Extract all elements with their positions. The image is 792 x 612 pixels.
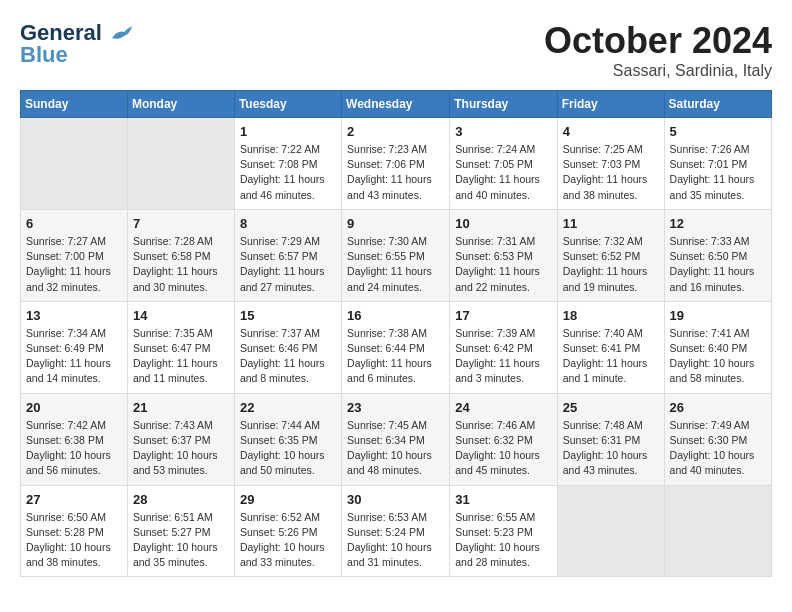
day-number: 28 [133,492,229,507]
calendar-cell: 14Sunrise: 7:35 AMSunset: 6:47 PMDayligh… [127,301,234,393]
weekday-header-monday: Monday [127,91,234,118]
day-number: 3 [455,124,551,139]
day-number: 14 [133,308,229,323]
day-info: Sunrise: 7:40 AMSunset: 6:41 PMDaylight:… [563,326,659,387]
week-row-4: 20Sunrise: 7:42 AMSunset: 6:38 PMDayligh… [21,393,772,485]
calendar-cell: 6Sunrise: 7:27 AMSunset: 7:00 PMDaylight… [21,209,128,301]
calendar-cell: 13Sunrise: 7:34 AMSunset: 6:49 PMDayligh… [21,301,128,393]
calendar-cell [21,118,128,210]
location-title: Sassari, Sardinia, Italy [544,62,772,80]
day-info: Sunrise: 7:35 AMSunset: 6:47 PMDaylight:… [133,326,229,387]
day-number: 25 [563,400,659,415]
day-info: Sunrise: 7:22 AMSunset: 7:08 PMDaylight:… [240,142,336,203]
calendar-cell: 23Sunrise: 7:45 AMSunset: 6:34 PMDayligh… [342,393,450,485]
day-info: Sunrise: 7:32 AMSunset: 6:52 PMDaylight:… [563,234,659,295]
day-number: 24 [455,400,551,415]
week-row-3: 13Sunrise: 7:34 AMSunset: 6:49 PMDayligh… [21,301,772,393]
day-info: Sunrise: 7:37 AMSunset: 6:46 PMDaylight:… [240,326,336,387]
day-number: 5 [670,124,766,139]
day-info: Sunrise: 7:42 AMSunset: 6:38 PMDaylight:… [26,418,122,479]
day-info: Sunrise: 7:25 AMSunset: 7:03 PMDaylight:… [563,142,659,203]
calendar-cell: 28Sunrise: 6:51 AMSunset: 5:27 PMDayligh… [127,485,234,577]
day-number: 21 [133,400,229,415]
day-info: Sunrise: 6:52 AMSunset: 5:26 PMDaylight:… [240,510,336,571]
calendar-cell: 20Sunrise: 7:42 AMSunset: 6:38 PMDayligh… [21,393,128,485]
calendar-cell: 30Sunrise: 6:53 AMSunset: 5:24 PMDayligh… [342,485,450,577]
logo: General Blue [20,20,132,68]
week-row-1: 1Sunrise: 7:22 AMSunset: 7:08 PMDaylight… [21,118,772,210]
calendar-cell: 10Sunrise: 7:31 AMSunset: 6:53 PMDayligh… [450,209,557,301]
title-area: October 2024 Sassari, Sardinia, Italy [544,20,772,80]
calendar-cell: 24Sunrise: 7:46 AMSunset: 6:32 PMDayligh… [450,393,557,485]
day-number: 13 [26,308,122,323]
day-info: Sunrise: 7:49 AMSunset: 6:30 PMDaylight:… [670,418,766,479]
day-number: 7 [133,216,229,231]
day-number: 4 [563,124,659,139]
day-info: Sunrise: 6:51 AMSunset: 5:27 PMDaylight:… [133,510,229,571]
calendar-cell: 3Sunrise: 7:24 AMSunset: 7:05 PMDaylight… [450,118,557,210]
calendar-cell: 18Sunrise: 7:40 AMSunset: 6:41 PMDayligh… [557,301,664,393]
day-info: Sunrise: 7:26 AMSunset: 7:01 PMDaylight:… [670,142,766,203]
calendar-cell: 17Sunrise: 7:39 AMSunset: 6:42 PMDayligh… [450,301,557,393]
week-row-5: 27Sunrise: 6:50 AMSunset: 5:28 PMDayligh… [21,485,772,577]
weekday-header-tuesday: Tuesday [234,91,341,118]
day-number: 11 [563,216,659,231]
day-info: Sunrise: 7:29 AMSunset: 6:57 PMDaylight:… [240,234,336,295]
calendar-cell: 26Sunrise: 7:49 AMSunset: 6:30 PMDayligh… [664,393,771,485]
calendar-cell: 31Sunrise: 6:55 AMSunset: 5:23 PMDayligh… [450,485,557,577]
calendar-cell: 12Sunrise: 7:33 AMSunset: 6:50 PMDayligh… [664,209,771,301]
day-info: Sunrise: 6:55 AMSunset: 5:23 PMDaylight:… [455,510,551,571]
day-number: 18 [563,308,659,323]
day-info: Sunrise: 7:27 AMSunset: 7:00 PMDaylight:… [26,234,122,295]
day-info: Sunrise: 7:31 AMSunset: 6:53 PMDaylight:… [455,234,551,295]
day-number: 9 [347,216,444,231]
calendar-table: SundayMondayTuesdayWednesdayThursdayFrid… [20,90,772,577]
logo-blue: Blue [20,42,68,68]
calendar-cell: 5Sunrise: 7:26 AMSunset: 7:01 PMDaylight… [664,118,771,210]
day-number: 1 [240,124,336,139]
month-title: October 2024 [544,20,772,62]
calendar-cell: 4Sunrise: 7:25 AMSunset: 7:03 PMDaylight… [557,118,664,210]
day-info: Sunrise: 7:46 AMSunset: 6:32 PMDaylight:… [455,418,551,479]
day-number: 8 [240,216,336,231]
calendar-cell [664,485,771,577]
day-number: 27 [26,492,122,507]
day-number: 23 [347,400,444,415]
calendar-cell: 22Sunrise: 7:44 AMSunset: 6:35 PMDayligh… [234,393,341,485]
calendar-cell: 27Sunrise: 6:50 AMSunset: 5:28 PMDayligh… [21,485,128,577]
day-number: 31 [455,492,551,507]
day-info: Sunrise: 7:28 AMSunset: 6:58 PMDaylight:… [133,234,229,295]
day-info: Sunrise: 7:30 AMSunset: 6:55 PMDaylight:… [347,234,444,295]
day-number: 26 [670,400,766,415]
calendar-cell: 29Sunrise: 6:52 AMSunset: 5:26 PMDayligh… [234,485,341,577]
day-info: Sunrise: 7:45 AMSunset: 6:34 PMDaylight:… [347,418,444,479]
calendar-cell: 25Sunrise: 7:48 AMSunset: 6:31 PMDayligh… [557,393,664,485]
day-info: Sunrise: 6:50 AMSunset: 5:28 PMDaylight:… [26,510,122,571]
day-number: 30 [347,492,444,507]
header: General Blue October 2024 Sassari, Sardi… [20,20,772,80]
calendar-cell: 2Sunrise: 7:23 AMSunset: 7:06 PMDaylight… [342,118,450,210]
day-number: 10 [455,216,551,231]
weekday-header-wednesday: Wednesday [342,91,450,118]
weekday-header-saturday: Saturday [664,91,771,118]
day-number: 29 [240,492,336,507]
day-number: 16 [347,308,444,323]
day-number: 19 [670,308,766,323]
weekday-header-thursday: Thursday [450,91,557,118]
week-row-2: 6Sunrise: 7:27 AMSunset: 7:00 PMDaylight… [21,209,772,301]
day-info: Sunrise: 7:44 AMSunset: 6:35 PMDaylight:… [240,418,336,479]
calendar-cell [127,118,234,210]
calendar-cell: 8Sunrise: 7:29 AMSunset: 6:57 PMDaylight… [234,209,341,301]
calendar-cell: 7Sunrise: 7:28 AMSunset: 6:58 PMDaylight… [127,209,234,301]
day-info: Sunrise: 7:34 AMSunset: 6:49 PMDaylight:… [26,326,122,387]
day-info: Sunrise: 6:53 AMSunset: 5:24 PMDaylight:… [347,510,444,571]
day-info: Sunrise: 7:38 AMSunset: 6:44 PMDaylight:… [347,326,444,387]
calendar-cell: 19Sunrise: 7:41 AMSunset: 6:40 PMDayligh… [664,301,771,393]
day-info: Sunrise: 7:43 AMSunset: 6:37 PMDaylight:… [133,418,229,479]
calendar-cell: 11Sunrise: 7:32 AMSunset: 6:52 PMDayligh… [557,209,664,301]
day-number: 12 [670,216,766,231]
day-number: 2 [347,124,444,139]
calendar-cell: 16Sunrise: 7:38 AMSunset: 6:44 PMDayligh… [342,301,450,393]
day-info: Sunrise: 7:23 AMSunset: 7:06 PMDaylight:… [347,142,444,203]
day-number: 15 [240,308,336,323]
